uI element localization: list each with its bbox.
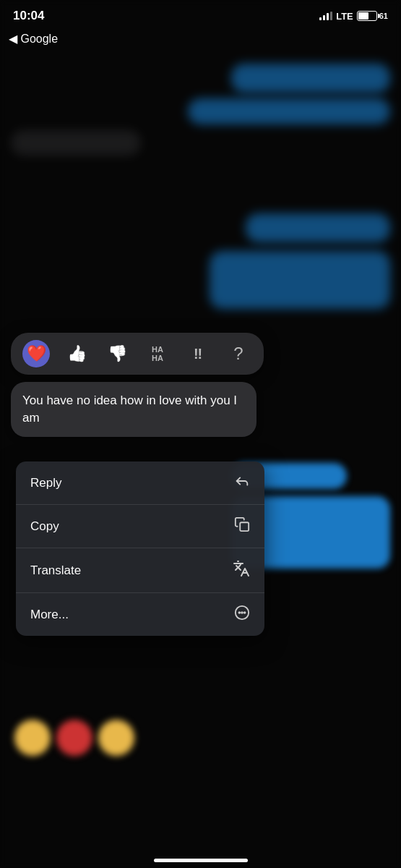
translate-icon xyxy=(233,560,250,581)
svg-point-4 xyxy=(244,612,246,613)
reply-label: Reply xyxy=(30,476,61,490)
copy-icon xyxy=(234,516,250,536)
svg-point-2 xyxy=(238,612,240,613)
status-bar: 10:04 LTE 61 xyxy=(0,0,401,32)
main-content: 10:04 LTE 61 ◀ Google ❤️ 👍 xyxy=(0,0,401,868)
battery-fill xyxy=(358,12,368,20)
context-menu-more[interactable]: More... xyxy=(16,593,264,636)
reaction-haha-button[interactable]: HAHA xyxy=(144,340,171,367)
reaction-thumbsdown-button[interactable]: 👎 xyxy=(103,340,131,367)
translate-label: Translate xyxy=(30,563,81,578)
exclaim-icon: ‼ xyxy=(194,346,202,362)
battery-percentage: 61 xyxy=(379,12,388,20)
message-bubble-container: You have no idea how in love with you I … xyxy=(11,382,256,437)
emoji-circle-2 xyxy=(56,720,92,756)
battery-icon xyxy=(357,11,377,21)
haha-icon: HAHA xyxy=(152,345,163,362)
svg-rect-0 xyxy=(240,522,249,531)
reaction-exclaim-button[interactable]: ‼ xyxy=(184,340,212,367)
thumbsup-icon: 👍 xyxy=(67,344,87,363)
context-menu-reply[interactable]: Reply xyxy=(16,461,264,505)
thumbsdown-icon: 👎 xyxy=(108,344,127,363)
reaction-thumbsup-button[interactable]: 👍 xyxy=(63,340,90,367)
question-icon: ? xyxy=(233,344,243,364)
signal-bar-4 xyxy=(330,12,332,20)
status-right: LTE 61 xyxy=(319,11,388,22)
lte-label: LTE xyxy=(336,11,353,22)
svg-point-3 xyxy=(241,612,243,613)
reaction-picker: ❤️ 👍 👎 HAHA ‼ ? xyxy=(11,333,264,375)
home-indicator xyxy=(154,859,248,862)
back-label[interactable]: ◀ Google xyxy=(9,32,58,46)
signal-bar-2 xyxy=(323,15,325,20)
signal-bar-1 xyxy=(319,17,322,20)
emoji-reactions xyxy=(14,720,134,756)
context-menu: Reply Copy Translate xyxy=(16,461,264,636)
status-time: 10:04 xyxy=(13,9,44,23)
heart-icon: ❤️ xyxy=(27,344,46,363)
context-menu-translate[interactable]: Translate xyxy=(16,548,264,593)
more-label: More... xyxy=(30,608,69,622)
more-icon xyxy=(234,605,250,624)
signal-bar-3 xyxy=(327,13,329,20)
back-navigation[interactable]: ◀ Google xyxy=(9,32,58,46)
emoji-circle-3 xyxy=(98,720,134,756)
reaction-heart-button[interactable]: ❤️ xyxy=(22,340,50,367)
emoji-circle-1 xyxy=(14,720,51,756)
copy-label: Copy xyxy=(30,519,59,534)
reaction-question-button[interactable]: ? xyxy=(225,340,252,367)
signal-bars xyxy=(319,12,332,20)
reply-icon xyxy=(234,473,250,493)
message-text: You have no idea how in love with you I … xyxy=(22,393,237,425)
battery: 61 xyxy=(357,11,388,21)
context-menu-copy[interactable]: Copy xyxy=(16,505,264,548)
message-bubble: You have no idea how in love with you I … xyxy=(11,382,256,437)
